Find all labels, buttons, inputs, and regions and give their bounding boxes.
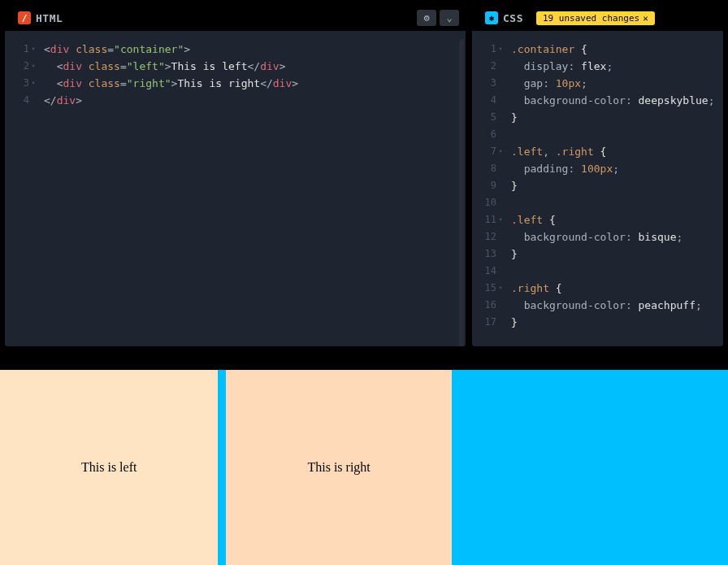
line-number: 11 — [472, 211, 496, 228]
code-line[interactable]: <div class="right">This is right</div> — [44, 75, 466, 92]
scrollbar[interactable] — [459, 39, 464, 346]
code-line[interactable]: background-color: peachpuff; — [511, 297, 723, 314]
code-line[interactable]: </div> — [44, 92, 466, 109]
line-number: 15 — [472, 280, 496, 297]
html-tab[interactable]: / HTML — [11, 8, 69, 28]
code-line[interactable]: .left { — [511, 211, 723, 228]
line-number: 2 — [472, 58, 496, 75]
settings-button[interactable]: ⚙ — [417, 10, 436, 26]
line-number: 3 — [5, 75, 29, 92]
html-gutter: 1234 — [5, 31, 36, 346]
preview-left-text: This is left — [81, 460, 136, 475]
code-line[interactable]: background-color: bisque; — [511, 228, 723, 246]
css-code-body[interactable]: 1234567891011121314151617 .container { d… — [472, 31, 723, 346]
code-line[interactable]: } — [511, 177, 723, 194]
preview-right-text: This is right — [307, 460, 370, 475]
html-tab-label: HTML — [36, 12, 63, 24]
html-header-controls: ⚙ ⌄ — [417, 10, 459, 26]
line-number: 4 — [472, 92, 496, 109]
code-line[interactable]: gap: 10px; — [511, 75, 723, 92]
code-line[interactable]: } — [511, 314, 723, 331]
line-number: 1 — [472, 41, 496, 58]
line-number: 10 — [472, 194, 496, 211]
line-number: 12 — [472, 228, 496, 246]
code-line[interactable]: .right { — [511, 280, 723, 297]
line-number: 7 — [472, 143, 496, 160]
css-code-content[interactable]: .container { display: flex; gap: 10px; b… — [503, 31, 723, 346]
css-tab[interactable]: ✱ CSS — [479, 8, 530, 28]
editor-area: / HTML ⚙ ⌄ 1234 <div class="container"> … — [0, 0, 728, 351]
code-line[interactable]: <div class="left">This is left</div> — [44, 58, 466, 75]
css-panel-header: ✱ CSS 19 unsaved changes ✕ — [472, 5, 723, 31]
html-panel: / HTML ⚙ ⌄ 1234 <div class="container"> … — [5, 5, 466, 346]
asterisk-icon: ✱ — [489, 13, 495, 24]
preview-left-box: This is left — [0, 370, 218, 565]
code-line[interactable] — [511, 194, 723, 211]
line-number: 4 — [5, 92, 29, 109]
line-number: 14 — [472, 263, 496, 280]
preview-right-box: This is right — [226, 370, 451, 565]
code-line[interactable] — [511, 126, 723, 143]
line-number: 6 — [472, 126, 496, 143]
line-number: 5 — [472, 109, 496, 126]
expand-button[interactable]: ⌄ — [440, 10, 459, 26]
gear-icon: ⚙ — [423, 12, 429, 24]
chevron-down-icon: ⌄ — [446, 12, 452, 24]
close-icon[interactable]: ✕ — [643, 13, 648, 24]
html-code-body[interactable]: 1234 <div class="container"> <div class=… — [5, 31, 466, 346]
line-number: 17 — [472, 314, 496, 331]
html-code-content[interactable]: <div class="container"> <div class="left… — [36, 31, 466, 346]
line-number: 13 — [472, 246, 496, 263]
line-number: 8 — [472, 160, 496, 177]
unsaved-badge-text: 19 unsaved changes — [543, 13, 639, 24]
preview-area: This is left This is right — [0, 370, 728, 565]
code-line[interactable]: padding: 100px; — [511, 160, 723, 177]
line-number: 16 — [472, 297, 496, 314]
css-panel: ✱ CSS 19 unsaved changes ✕ 1234567891011… — [472, 5, 723, 346]
line-number: 3 — [472, 75, 496, 92]
html-icon: / — [18, 11, 31, 24]
css-gutter: 1234567891011121314151617 — [472, 31, 503, 346]
unsaved-badge[interactable]: 19 unsaved changes ✕ — [536, 11, 655, 25]
html-panel-header: / HTML ⚙ ⌄ — [5, 5, 466, 31]
code-line[interactable]: } — [511, 109, 723, 126]
line-number: 1 — [5, 41, 29, 58]
code-line[interactable]: .container { — [511, 41, 723, 58]
line-number: 2 — [5, 58, 29, 75]
line-number: 9 — [472, 177, 496, 194]
code-line[interactable]: .left, .right { — [511, 143, 723, 160]
code-line[interactable] — [511, 263, 723, 280]
css-tab-label: CSS — [503, 12, 523, 24]
css-icon: ✱ — [485, 11, 498, 24]
code-line[interactable]: display: flex; — [511, 58, 723, 75]
code-line[interactable]: } — [511, 246, 723, 263]
code-line[interactable]: <div class="container"> — [44, 41, 466, 58]
code-line[interactable]: background-color: deepskyblue; — [511, 92, 723, 109]
